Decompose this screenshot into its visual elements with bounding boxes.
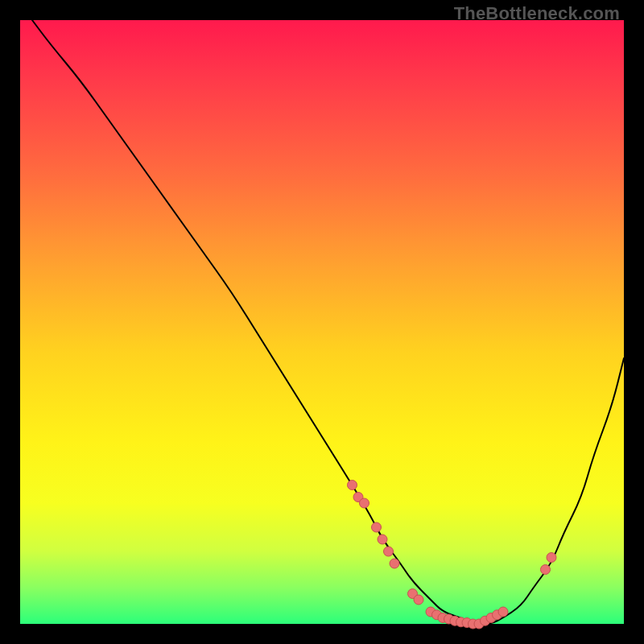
curve-marker [360,498,369,508]
chart-frame [20,20,624,624]
curve-marker [348,481,357,490]
curve-markers [348,481,557,630]
chart-svg [20,20,624,624]
curve-marker [372,522,382,532]
curve-marker [547,553,556,563]
curve-marker [378,535,387,544]
curve-marker [390,559,399,568]
curve-marker [541,565,551,575]
curve-marker [384,547,394,556]
bottleneck-curve [32,20,624,624]
curve-marker [414,595,423,605]
curve-marker [498,607,508,617]
